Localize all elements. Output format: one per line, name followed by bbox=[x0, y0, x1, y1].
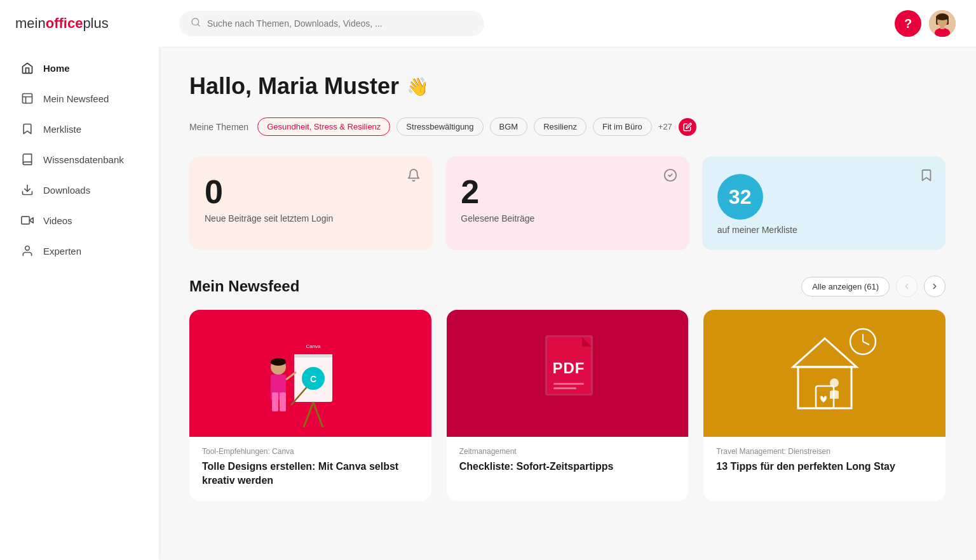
search-icon bbox=[191, 17, 201, 30]
news-card-body-2: Travel Management: Dienstreisen 13 Tipps… bbox=[703, 437, 946, 486]
help-button[interactable]: ? bbox=[895, 10, 921, 37]
news-category-2: Travel Management: Dienstreisen bbox=[716, 447, 933, 456]
sidebar-item-merkliste[interactable]: Merkliste bbox=[5, 114, 154, 143]
svg-marker-4 bbox=[29, 218, 33, 223]
svg-rect-31 bbox=[272, 392, 278, 411]
check-circle-icon bbox=[661, 166, 679, 184]
sidebar-item-experten[interactable]: Experten bbox=[5, 236, 154, 265]
stat-number-1: 2 bbox=[461, 175, 674, 208]
logo-plus: plus bbox=[83, 15, 108, 31]
stat-number-0: 0 bbox=[205, 175, 417, 208]
bookmark-icon bbox=[918, 166, 935, 184]
svg-rect-5 bbox=[22, 217, 30, 224]
sidebar-item-downloads[interactable]: Downloads bbox=[5, 175, 154, 204]
svg-text:C: C bbox=[310, 374, 316, 384]
news-category-1: Zeitmanagement bbox=[459, 447, 676, 456]
wissen-icon bbox=[20, 152, 34, 166]
edit-themes-button[interactable] bbox=[679, 118, 696, 136]
sidebar-label-newsfeed: Mein Newsfeed bbox=[43, 93, 109, 104]
svg-text:Canva: Canva bbox=[306, 343, 322, 349]
merkliste-icon bbox=[20, 122, 34, 136]
themes-label: Meine Themen bbox=[189, 122, 248, 132]
stats-row: 0 Neue Beiträge seit letztem Login 2 Gel… bbox=[189, 156, 946, 250]
sidebar-label-videos: Videos bbox=[43, 215, 72, 226]
svg-text:PDF: PDF bbox=[552, 359, 585, 377]
content-area: Hallo, Maria Muster 👋 Meine Themen Gesun… bbox=[159, 48, 976, 526]
newsfeed-icon bbox=[20, 91, 34, 105]
stat-card-read[interactable]: 2 Gelesene Beiträge bbox=[445, 156, 689, 250]
show-all-button[interactable]: Alle anzeigen (61) bbox=[801, 277, 890, 297]
svg-rect-15 bbox=[940, 25, 944, 29]
svg-point-6 bbox=[25, 246, 30, 251]
sidebar-label-merkliste: Merkliste bbox=[43, 124, 81, 135]
sidebar-label-experten: Experten bbox=[43, 246, 81, 257]
greeting: Hallo, Maria Muster 👋 bbox=[189, 73, 946, 100]
search-bar[interactable] bbox=[179, 11, 484, 36]
header: ? bbox=[159, 0, 976, 48]
theme-tag-1[interactable]: Stressbewältigung bbox=[396, 117, 483, 136]
stat-label-2: auf meiner Merkliste bbox=[717, 225, 930, 235]
stat-card-merkliste[interactable]: 32 auf meiner Merkliste bbox=[702, 156, 946, 250]
theme-tag-0[interactable]: Gesundheit, Stress & Resilienz bbox=[257, 117, 390, 136]
svg-marker-42 bbox=[793, 338, 857, 367]
svg-rect-38 bbox=[553, 387, 576, 389]
news-card-body-1: Zeitmanagement Checkliste: Sofort-Zeitsp… bbox=[447, 437, 689, 486]
news-card-2[interactable]: Travel Management: Dienstreisen 13 Tipps… bbox=[703, 310, 946, 501]
download-icon bbox=[20, 183, 34, 197]
bell-icon bbox=[405, 166, 423, 184]
themes-more[interactable]: +27 bbox=[658, 122, 672, 131]
stat-label-0: Neue Beiträge seit letztem Login bbox=[205, 213, 417, 223]
newsfeed-title: Mein Newsfeed bbox=[189, 277, 299, 295]
sidebar-item-videos[interactable]: Videos bbox=[5, 206, 154, 235]
sidebar-item-wissensdatenbank[interactable]: Wissensdatenbank bbox=[5, 145, 154, 174]
svg-line-8 bbox=[198, 24, 200, 26]
news-grid: C Canva bbox=[189, 310, 946, 501]
news-card-image-0: C Canva bbox=[189, 310, 431, 437]
news-title-1: Checkliste: Sofort-Zeitspartipps bbox=[459, 460, 676, 474]
logo: meinofficeplus bbox=[0, 15, 159, 52]
svg-rect-0 bbox=[23, 94, 32, 103]
home-icon bbox=[20, 61, 34, 75]
theme-tag-3[interactable]: Resilienz bbox=[534, 117, 586, 136]
news-card-0[interactable]: C Canva bbox=[189, 310, 431, 501]
stat-card-notifications[interactable]: 0 Neue Beiträge seit letztem Login bbox=[189, 156, 433, 250]
svg-rect-37 bbox=[553, 383, 584, 385]
svg-line-20 bbox=[313, 402, 323, 427]
wave-icon[interactable]: 👋 bbox=[407, 76, 429, 97]
sidebar-label-downloads: Downloads bbox=[43, 185, 90, 196]
news-card-1[interactable]: PDF Zeitmanagement Checkliste: Sofort-Ze… bbox=[447, 310, 689, 501]
next-arrow-button[interactable] bbox=[924, 276, 946, 297]
newsfeed-controls: Alle anzeigen (61) bbox=[801, 276, 946, 297]
main-content: ? Ha bbox=[159, 0, 976, 560]
svg-rect-18 bbox=[294, 354, 332, 357]
avatar[interactable] bbox=[929, 10, 956, 37]
themes-row: Meine Themen Gesundheit, Stress & Resili… bbox=[189, 117, 946, 136]
logo-mein: mein bbox=[15, 15, 46, 31]
svg-rect-43 bbox=[798, 367, 851, 408]
prev-arrow-button[interactable] bbox=[896, 276, 918, 297]
news-title-2: 13 Tipps für den perfekten Long Stay bbox=[716, 460, 933, 474]
theme-tag-4[interactable]: Fit im Büro bbox=[593, 117, 652, 136]
svg-line-19 bbox=[304, 402, 313, 427]
videos-icon bbox=[20, 213, 34, 227]
search-input[interactable] bbox=[207, 18, 473, 29]
sidebar: meinofficeplus Home Mein Newsfeed Merkli… bbox=[0, 0, 159, 560]
sidebar-item-home[interactable]: Home bbox=[5, 53, 154, 83]
logo-office: office bbox=[46, 15, 83, 31]
sidebar-label-wissensdatenbank: Wissensdatenbank bbox=[43, 154, 124, 165]
svg-point-29 bbox=[271, 358, 286, 366]
news-card-image-2 bbox=[703, 310, 946, 437]
greeting-text: Hallo, Maria Muster bbox=[189, 73, 399, 100]
stat-number-2: 32 bbox=[717, 174, 763, 220]
experten-icon bbox=[20, 244, 34, 258]
header-right: ? bbox=[895, 10, 956, 37]
theme-tag-2[interactable]: BGM bbox=[490, 117, 528, 136]
news-title-0: Tolle Designs erstellen: Mit Canva selbs… bbox=[202, 460, 419, 488]
svg-point-13 bbox=[936, 14, 949, 20]
svg-line-41 bbox=[863, 342, 869, 345]
sidebar-nav: Home Mein Newsfeed Merkliste Wissensdate… bbox=[0, 52, 159, 267]
sidebar-item-newsfeed[interactable]: Mein Newsfeed bbox=[5, 84, 154, 113]
news-card-image-1: PDF bbox=[447, 310, 689, 437]
svg-rect-32 bbox=[280, 392, 286, 411]
news-card-body-0: Tool-Empfehlungen: Canva Tolle Designs e… bbox=[189, 437, 431, 501]
